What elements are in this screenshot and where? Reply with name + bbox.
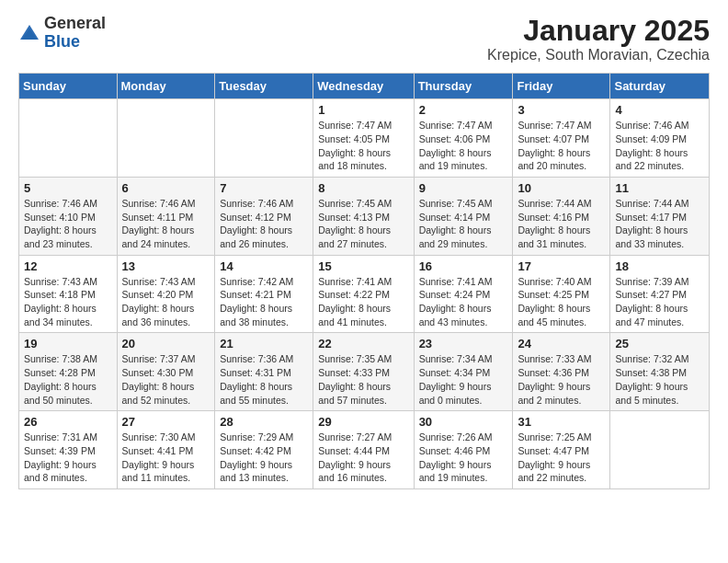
day-info: Sunrise: 7:31 AMSunset: 4:39 PMDaylight:… xyxy=(24,431,112,485)
day-info: Sunrise: 7:42 AMSunset: 4:21 PMDaylight:… xyxy=(220,275,308,329)
table-row: 21Sunrise: 7:36 AMSunset: 4:31 PMDayligh… xyxy=(215,333,313,411)
logo-icon xyxy=(18,23,40,45)
day-number: 19 xyxy=(24,337,112,350)
day-info: Sunrise: 7:34 AMSunset: 4:34 PMDaylight:… xyxy=(419,352,508,407)
day-number: 31 xyxy=(518,415,605,429)
table-row: 28Sunrise: 7:29 AMSunset: 4:42 PMDayligh… xyxy=(215,411,313,489)
table-row: 7Sunrise: 7:46 AMSunset: 4:12 PMDaylight… xyxy=(215,177,313,255)
page: General Blue January 2025 Krepice, South… xyxy=(0,0,728,504)
table-row: 9Sunrise: 7:45 AMSunset: 4:14 PMDaylight… xyxy=(414,177,513,255)
day-info: Sunrise: 7:37 AMSunset: 4:30 PMDaylight:… xyxy=(122,352,210,407)
table-row: 11Sunrise: 7:44 AMSunset: 4:17 PMDayligh… xyxy=(610,177,710,255)
table-row: 18Sunrise: 7:39 AMSunset: 4:27 PMDayligh… xyxy=(610,255,710,333)
day-number: 15 xyxy=(318,259,408,273)
day-number: 16 xyxy=(419,259,508,273)
table-row: 25Sunrise: 7:32 AMSunset: 4:38 PMDayligh… xyxy=(610,333,710,411)
calendar-week-row: 19Sunrise: 7:38 AMSunset: 4:28 PMDayligh… xyxy=(19,333,710,411)
day-number: 27 xyxy=(122,415,210,429)
day-info: Sunrise: 7:41 AMSunset: 4:22 PMDaylight:… xyxy=(318,275,408,329)
table-row: 8Sunrise: 7:45 AMSunset: 4:13 PMDaylight… xyxy=(313,177,414,255)
table-row: 29Sunrise: 7:27 AMSunset: 4:44 PMDayligh… xyxy=(313,411,414,489)
day-info: Sunrise: 7:43 AMSunset: 4:20 PMDaylight:… xyxy=(122,275,210,329)
day-info: Sunrise: 7:38 AMSunset: 4:28 PMDaylight:… xyxy=(24,352,112,407)
header: General Blue January 2025 Krepice, South… xyxy=(18,15,710,63)
calendar-week-row: 12Sunrise: 7:43 AMSunset: 4:18 PMDayligh… xyxy=(19,255,710,333)
day-info: Sunrise: 7:47 AMSunset: 4:06 PMDaylight:… xyxy=(419,119,508,173)
table-row: 24Sunrise: 7:33 AMSunset: 4:36 PMDayligh… xyxy=(513,333,610,411)
day-number: 9 xyxy=(419,181,508,195)
day-number: 3 xyxy=(518,103,605,117)
logo-blue: Blue xyxy=(44,33,106,52)
table-row: 13Sunrise: 7:43 AMSunset: 4:20 PMDayligh… xyxy=(117,255,215,333)
col-thursday: Thursday xyxy=(414,74,513,99)
day-number: 1 xyxy=(318,103,408,117)
day-number: 13 xyxy=(122,259,210,273)
day-number: 23 xyxy=(419,337,508,350)
calendar-title: January 2025 xyxy=(487,15,710,47)
day-number: 30 xyxy=(419,415,508,429)
table-row: 27Sunrise: 7:30 AMSunset: 4:41 PMDayligh… xyxy=(117,411,215,489)
table-row: 12Sunrise: 7:43 AMSunset: 4:18 PMDayligh… xyxy=(19,255,118,333)
day-info: Sunrise: 7:36 AMSunset: 4:31 PMDaylight:… xyxy=(220,352,308,407)
calendar-week-row: 5Sunrise: 7:46 AMSunset: 4:10 PMDaylight… xyxy=(19,177,710,255)
day-number: 8 xyxy=(318,181,408,195)
table-row: 23Sunrise: 7:34 AMSunset: 4:34 PMDayligh… xyxy=(414,333,513,411)
calendar-header-row: Sunday Monday Tuesday Wednesday Thursday… xyxy=(19,74,710,99)
day-number: 6 xyxy=(122,181,210,195)
day-info: Sunrise: 7:46 AMSunset: 4:09 PMDaylight:… xyxy=(615,119,704,173)
day-number: 24 xyxy=(518,337,605,350)
day-info: Sunrise: 7:25 AMSunset: 4:47 PMDaylight:… xyxy=(518,431,605,485)
day-info: Sunrise: 7:45 AMSunset: 4:13 PMDaylight:… xyxy=(318,197,408,251)
table-row xyxy=(610,411,710,489)
table-row: 6Sunrise: 7:46 AMSunset: 4:11 PMDaylight… xyxy=(117,177,215,255)
day-info: Sunrise: 7:46 AMSunset: 4:12 PMDaylight:… xyxy=(220,197,308,251)
day-info: Sunrise: 7:47 AMSunset: 4:07 PMDaylight:… xyxy=(518,119,605,173)
table-row: 30Sunrise: 7:26 AMSunset: 4:46 PMDayligh… xyxy=(414,411,513,489)
col-monday: Monday xyxy=(117,74,215,99)
day-number: 5 xyxy=(24,181,112,195)
table-row: 17Sunrise: 7:40 AMSunset: 4:25 PMDayligh… xyxy=(513,255,610,333)
day-info: Sunrise: 7:44 AMSunset: 4:16 PMDaylight:… xyxy=(518,197,605,251)
table-row: 10Sunrise: 7:44 AMSunset: 4:16 PMDayligh… xyxy=(513,177,610,255)
day-number: 4 xyxy=(615,103,704,117)
day-number: 29 xyxy=(318,415,408,429)
title-block: January 2025 Krepice, South Moravian, Cz… xyxy=(487,15,710,63)
table-row: 14Sunrise: 7:42 AMSunset: 4:21 PMDayligh… xyxy=(215,255,313,333)
table-row: 19Sunrise: 7:38 AMSunset: 4:28 PMDayligh… xyxy=(19,333,118,411)
day-info: Sunrise: 7:35 AMSunset: 4:33 PMDaylight:… xyxy=(318,352,408,407)
table-row: 15Sunrise: 7:41 AMSunset: 4:22 PMDayligh… xyxy=(313,255,414,333)
day-info: Sunrise: 7:26 AMSunset: 4:46 PMDaylight:… xyxy=(419,431,508,485)
calendar-week-row: 1Sunrise: 7:47 AMSunset: 4:05 PMDaylight… xyxy=(19,99,710,178)
day-info: Sunrise: 7:33 AMSunset: 4:36 PMDaylight:… xyxy=(518,352,605,407)
day-number: 11 xyxy=(615,181,704,195)
day-info: Sunrise: 7:32 AMSunset: 4:38 PMDaylight:… xyxy=(615,352,704,407)
day-number: 28 xyxy=(220,415,308,429)
day-number: 2 xyxy=(419,103,508,117)
table-row: 16Sunrise: 7:41 AMSunset: 4:24 PMDayligh… xyxy=(414,255,513,333)
day-info: Sunrise: 7:30 AMSunset: 4:41 PMDaylight:… xyxy=(122,431,210,485)
table-row: 26Sunrise: 7:31 AMSunset: 4:39 PMDayligh… xyxy=(19,411,118,489)
calendar-table: Sunday Monday Tuesday Wednesday Thursday… xyxy=(18,73,710,489)
table-row: 5Sunrise: 7:46 AMSunset: 4:10 PMDaylight… xyxy=(19,177,118,255)
day-info: Sunrise: 7:45 AMSunset: 4:14 PMDaylight:… xyxy=(419,197,508,251)
day-info: Sunrise: 7:39 AMSunset: 4:27 PMDaylight:… xyxy=(615,275,704,329)
day-number: 20 xyxy=(122,337,210,350)
day-number: 22 xyxy=(318,337,408,350)
day-number: 17 xyxy=(518,259,605,273)
table-row: 2Sunrise: 7:47 AMSunset: 4:06 PMDaylight… xyxy=(414,99,513,178)
table-row xyxy=(19,99,118,178)
day-info: Sunrise: 7:46 AMSunset: 4:10 PMDaylight:… xyxy=(24,197,112,251)
day-info: Sunrise: 7:44 AMSunset: 4:17 PMDaylight:… xyxy=(615,197,704,251)
table-row: 22Sunrise: 7:35 AMSunset: 4:33 PMDayligh… xyxy=(313,333,414,411)
logo: General Blue xyxy=(18,15,106,52)
day-number: 18 xyxy=(615,259,704,273)
day-info: Sunrise: 7:41 AMSunset: 4:24 PMDaylight:… xyxy=(419,275,508,329)
table-row xyxy=(117,99,215,178)
calendar-week-row: 26Sunrise: 7:31 AMSunset: 4:39 PMDayligh… xyxy=(19,411,710,489)
day-info: Sunrise: 7:47 AMSunset: 4:05 PMDaylight:… xyxy=(318,119,408,173)
col-sunday: Sunday xyxy=(19,74,118,99)
day-number: 12 xyxy=(24,259,112,273)
table-row: 3Sunrise: 7:47 AMSunset: 4:07 PMDaylight… xyxy=(513,99,610,178)
day-number: 7 xyxy=(220,181,308,195)
logo-general: General xyxy=(44,15,106,33)
